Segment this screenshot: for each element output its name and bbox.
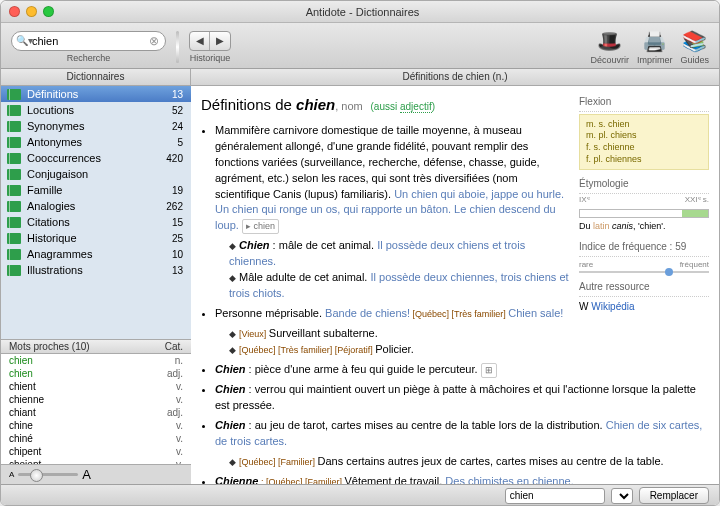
book-icon (7, 121, 21, 132)
book-icon (7, 169, 21, 180)
zoom-slider[interactable] (18, 473, 78, 476)
content-header: Définitions de chien (n.) (191, 69, 719, 85)
sidebar-item-conjugaison[interactable]: Conjugaison (1, 166, 191, 182)
sidebar-item-analogies[interactable]: Analogies262 (1, 198, 191, 214)
near-word-row[interactable]: chienn. (1, 354, 191, 367)
near-word-row[interactable]: chientv. (1, 380, 191, 393)
etym-bar (579, 209, 709, 218)
history-nav[interactable]: ◀ ▶ (189, 31, 231, 51)
book-icon (7, 153, 21, 164)
replace-field[interactable] (505, 488, 605, 504)
sidebar-item-synonymes[interactable]: Synonymes24 (1, 118, 191, 134)
resource-header: Autre ressource (579, 279, 709, 297)
near-word-row[interactable]: chiennev. (1, 393, 191, 406)
clear-search-icon[interactable]: ⊗ (149, 34, 159, 48)
book-icon (7, 185, 21, 196)
etym-header: Étymologie (579, 176, 709, 194)
sidebar-item-illustrations[interactable]: Illustrations13 (1, 262, 191, 278)
near-word-row[interactable]: chinev. (1, 419, 191, 432)
sidebar-item-anagrammes[interactable]: Anagrammes10 (1, 246, 191, 262)
book-icon (7, 265, 21, 276)
freq-bar (579, 271, 709, 273)
sidebar-item-cooccurrences[interactable]: Cooccurrences420 (1, 150, 191, 166)
book-icon (7, 217, 21, 228)
book-icon (7, 89, 21, 100)
definition-pane[interactable]: Flexion m. s. chienm. pl. chiensf. s. ch… (191, 86, 719, 484)
hat-icon: 🎩 (597, 29, 622, 53)
also-adjective-link[interactable]: adjectif (400, 101, 432, 113)
print-button[interactable]: 🖨️Imprimer (637, 29, 673, 65)
zoom-control[interactable]: A A (1, 464, 191, 484)
sidebar-item-citations[interactable]: Citations15 (1, 214, 191, 230)
search-input[interactable] (32, 35, 149, 47)
near-words-header: Mots proches (10)Cat. (1, 339, 191, 354)
search-label: Recherche (67, 53, 111, 63)
expand-chip[interactable]: ▸ chien (242, 219, 279, 234)
book-icon (7, 249, 21, 260)
book-icon (7, 201, 21, 212)
sidebar-item-famille[interactable]: Famille19 (1, 182, 191, 198)
book-icon (7, 137, 21, 148)
guides-button[interactable]: 📚Guides (680, 29, 709, 65)
near-word-row[interactable]: chipentv. (1, 445, 191, 458)
expand-icon[interactable]: ⊞ (481, 363, 497, 378)
sidebar-item-historique[interactable]: Historique25 (1, 230, 191, 246)
sidebar-header: Dictionnaires (1, 69, 191, 85)
toolbar-divider (176, 31, 179, 63)
sidebar-item-locutions[interactable]: Locutions52 (1, 102, 191, 118)
near-word-row[interactable]: chienadj. (1, 367, 191, 380)
book-icon (7, 233, 21, 244)
near-word-row[interactable]: chiantadj. (1, 406, 191, 419)
book-icon (7, 105, 21, 116)
search-input-wrap[interactable]: 🔍▾ ⊗ (11, 31, 166, 51)
history-forward-icon[interactable]: ▶ (210, 32, 230, 50)
near-word-row[interactable]: chinév. (1, 432, 191, 445)
freq-header: Indice de fréquence : 59 (579, 239, 709, 257)
wikipedia-link[interactable]: Wikipédia (591, 301, 634, 312)
flexion-box: m. s. chienm. pl. chiensf. s. chiennef. … (579, 114, 709, 171)
discover-button[interactable]: 🎩Découvrir (590, 29, 629, 65)
sidebar-item-antonymes[interactable]: Antonymes5 (1, 134, 191, 150)
books-icon: 📚 (682, 29, 707, 53)
replace-select[interactable] (611, 488, 633, 504)
sidebar-item-définitions[interactable]: Définitions13 (1, 86, 191, 102)
search-icon: 🔍▾ (16, 35, 33, 46)
window-title: Antidote - Dictionnaires (14, 6, 711, 18)
history-label: Historique (190, 53, 231, 63)
history-back-icon[interactable]: ◀ (190, 32, 210, 50)
flexion-header: Flexion (579, 94, 709, 112)
replace-button[interactable]: Remplacer (639, 487, 709, 504)
printer-icon: 🖨️ (642, 29, 667, 53)
